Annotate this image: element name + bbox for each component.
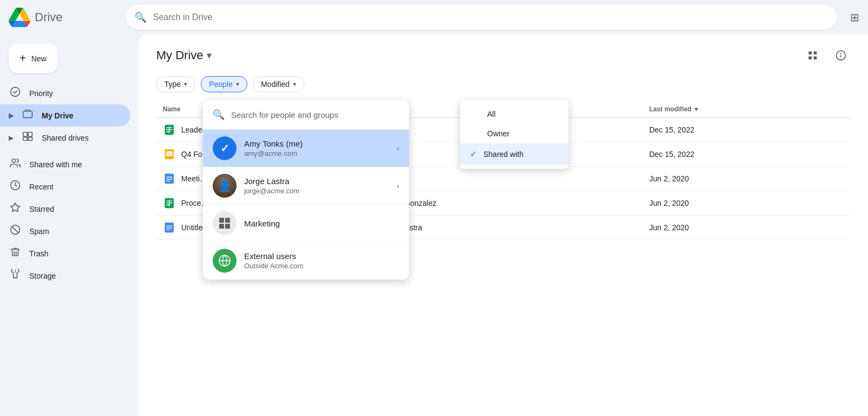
external-info: External users Outside Acme.com bbox=[244, 251, 399, 270]
storage-icon bbox=[9, 269, 22, 282]
svg-marker-8 bbox=[11, 203, 20, 212]
header-icons bbox=[803, 46, 851, 65]
modified-filter-button[interactable]: Modified ▾ bbox=[253, 76, 304, 92]
people-search-icon: 🔍 bbox=[213, 109, 225, 121]
sidebar-item-my-drive[interactable]: ▶ My Drive bbox=[0, 104, 130, 127]
amy-check-icon: ✓ bbox=[213, 136, 237, 160]
file-icon-sheets2 bbox=[163, 197, 176, 210]
plus-icon: + bbox=[20, 52, 26, 65]
info-button[interactable] bbox=[831, 46, 851, 65]
expand-arrow-icon: ▶ bbox=[9, 134, 14, 142]
owner-owner-label: Owner bbox=[487, 129, 509, 138]
last-modified-column-header[interactable]: Last modified ▼ bbox=[643, 101, 851, 118]
grid-view-button[interactable] bbox=[803, 46, 822, 65]
recent-icon bbox=[9, 180, 22, 193]
owner-all-label: All bbox=[487, 110, 496, 118]
sort-arrow-icon: ▼ bbox=[693, 106, 699, 112]
app-title: Drive bbox=[35, 10, 62, 24]
people-dropdown: 🔍 Search for people and groups ✓ Amy Ton… bbox=[203, 100, 409, 280]
type-filter-caret: ▾ bbox=[184, 80, 187, 88]
sidebar-item-priority[interactable]: Priority bbox=[0, 82, 130, 104]
sidebar-item-label: Shared with me bbox=[29, 160, 82, 169]
svg-rect-11 bbox=[809, 52, 812, 55]
external-name: External users bbox=[244, 251, 399, 261]
svg-rect-29 bbox=[166, 152, 173, 156]
file-icon-sheets bbox=[163, 123, 176, 136]
people-filter-caret: ▾ bbox=[236, 80, 239, 88]
new-button[interactable]: + New bbox=[9, 43, 58, 73]
file-icon-docs bbox=[163, 172, 176, 185]
people-item-jorge[interactable]: 👤 Jorge Lastra jorge@acme.com › bbox=[203, 167, 409, 205]
people-filter-button[interactable]: People ▾ bbox=[201, 76, 247, 92]
external-email: Outside Acme.com bbox=[244, 262, 399, 270]
modified-cell: Dec 15, 2022 bbox=[643, 118, 851, 142]
search-bar[interactable]: 🔍 bbox=[126, 5, 837, 30]
svg-rect-33 bbox=[167, 181, 170, 181]
starred-icon bbox=[9, 202, 22, 216]
new-button-label: New bbox=[31, 54, 47, 63]
sidebar-section: Priority ▶ My Drive ▶ bbox=[0, 82, 139, 287]
advanced-search-icon[interactable]: ⊞ bbox=[850, 11, 859, 24]
modified-cell: Jun 2, 2020 bbox=[643, 167, 851, 191]
spam-icon bbox=[9, 224, 22, 238]
owner-item-owner[interactable]: Owner bbox=[460, 124, 569, 143]
svg-rect-13 bbox=[809, 56, 812, 60]
shared-with-me-icon bbox=[9, 157, 22, 171]
sidebar: + New Priority ▶ bbox=[0, 35, 139, 416]
people-search-bar[interactable]: 🔍 Search for people and groups bbox=[203, 100, 409, 130]
search-input[interactable] bbox=[153, 12, 828, 22]
sidebar-item-storage[interactable]: Storage bbox=[0, 264, 130, 287]
owner-item-shared-with[interactable]: ✓ Shared with bbox=[460, 143, 569, 165]
modified-cell: Dec 15, 2022 bbox=[643, 142, 851, 167]
people-item-external[interactable]: External users Outside Acme.com bbox=[203, 242, 409, 280]
filter-bar: Type ▾ People ▾ Modified ▾ 🔍 Search for … bbox=[156, 76, 851, 92]
modified-filter-caret: ▾ bbox=[293, 80, 296, 88]
people-item-marketing[interactable]: Marketing bbox=[203, 205, 409, 242]
sidebar-item-shared-drives[interactable]: ▶ Shared drives bbox=[0, 127, 130, 149]
svg-line-10 bbox=[12, 226, 18, 233]
sidebar-item-label: Recent bbox=[29, 182, 53, 191]
my-drive-icon bbox=[21, 109, 34, 122]
svg-rect-18 bbox=[219, 218, 224, 223]
svg-rect-26 bbox=[167, 131, 170, 132]
svg-rect-19 bbox=[225, 218, 230, 223]
external-icon bbox=[213, 249, 237, 273]
owner-shared-with-label: Shared with bbox=[483, 150, 524, 159]
amy-email: amy@acme.com bbox=[244, 149, 389, 157]
svg-rect-31 bbox=[167, 177, 173, 177]
svg-rect-42 bbox=[167, 230, 170, 230]
people-filter-label: People bbox=[209, 80, 233, 89]
sidebar-item-shared-with-me[interactable]: Shared with me bbox=[0, 153, 130, 175]
sidebar-item-recent[interactable]: Recent bbox=[0, 175, 130, 198]
type-filter-button[interactable]: Type ▾ bbox=[156, 76, 195, 92]
svg-rect-40 bbox=[167, 225, 173, 226]
sidebar-item-label: Shared drives bbox=[42, 134, 88, 142]
amy-avatar: ✓ bbox=[213, 136, 237, 160]
page-title-text: My Drive bbox=[156, 48, 203, 62]
logo-area: Drive bbox=[9, 7, 117, 28]
marketing-name: Marketing bbox=[244, 219, 399, 228]
shared-with-check-icon: ✓ bbox=[470, 149, 477, 159]
marketing-icon bbox=[213, 211, 237, 235]
jorge-email: jorge@acme.com bbox=[244, 187, 389, 195]
svg-rect-21 bbox=[225, 224, 230, 229]
search-icon: 🔍 bbox=[135, 11, 146, 23]
main-header: My Drive ▾ bbox=[156, 46, 851, 65]
sidebar-item-spam[interactable]: Spam bbox=[0, 220, 130, 242]
amy-info: Amy Tonks (me) amy@acme.com bbox=[244, 139, 389, 157]
modified-cell: Jun 2, 2020 bbox=[643, 191, 851, 216]
sidebar-item-trash[interactable]: Trash bbox=[0, 242, 130, 264]
file-icon-docs2 bbox=[163, 221, 176, 234]
svg-rect-2 bbox=[23, 133, 28, 137]
owner-item-all[interactable]: All bbox=[460, 104, 569, 124]
amy-name: Amy Tonks (me) bbox=[244, 139, 389, 148]
page-title[interactable]: My Drive ▾ bbox=[156, 48, 212, 62]
svg-rect-12 bbox=[814, 52, 817, 55]
svg-rect-3 bbox=[28, 133, 33, 137]
sidebar-item-label: Priority bbox=[29, 89, 53, 98]
people-item-amy[interactable]: ✓ Amy Tonks (me) amy@acme.com › bbox=[203, 130, 409, 167]
sidebar-item-label: Storage bbox=[29, 272, 56, 280]
priority-icon bbox=[9, 86, 22, 100]
expand-arrow-icon: ▶ bbox=[9, 112, 14, 119]
sidebar-item-starred[interactable]: Starred bbox=[0, 198, 130, 220]
